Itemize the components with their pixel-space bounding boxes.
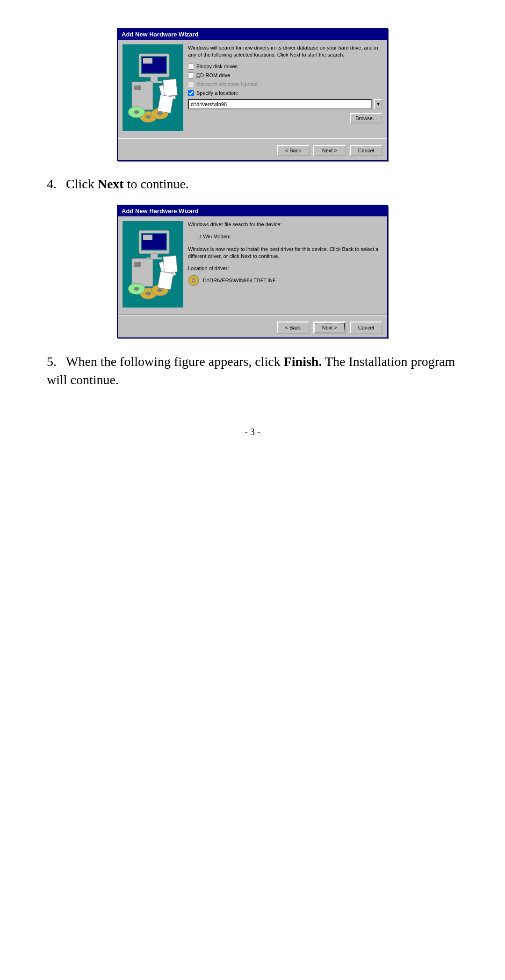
svg-point-14 bbox=[157, 112, 163, 115]
svg-rect-5 bbox=[151, 77, 158, 81]
path-input[interactable] bbox=[188, 99, 372, 109]
svg-point-32 bbox=[157, 288, 163, 292]
svg-rect-16 bbox=[163, 79, 178, 96]
dialog2-buttons: < Back Next > Cancel bbox=[118, 318, 387, 337]
dialog2-body: Windows driver file search for the devic… bbox=[118, 216, 387, 312]
dialog1-cancel-button[interactable]: Cancel bbox=[350, 145, 382, 156]
cdrom-label: CD-ROM drive bbox=[196, 72, 230, 78]
dialog1-next-button[interactable]: Next > bbox=[313, 145, 346, 156]
dialog2-content: Windows driver file search for the devic… bbox=[188, 221, 382, 308]
specify-checkbox[interactable] bbox=[188, 90, 194, 96]
path-dropdown-button[interactable]: ▼ bbox=[374, 99, 382, 109]
dialog2-titlebar: Add New Hardware Wizard bbox=[118, 206, 387, 216]
specify-label: Specify a location: bbox=[196, 90, 238, 96]
browse-button[interactable]: Browse... bbox=[350, 113, 382, 123]
dialog1-image bbox=[123, 44, 183, 131]
svg-rect-23 bbox=[151, 254, 158, 258]
computer-illustration-1 bbox=[123, 44, 183, 131]
dialog2-device-name: Lt Win Modem bbox=[197, 233, 382, 240]
dialog1-separator bbox=[118, 138, 387, 139]
svg-point-12 bbox=[134, 110, 139, 114]
dialog1-description: Windows will search for new drivers in i… bbox=[188, 44, 382, 59]
floppy-checkbox-row: Floppy disk drives bbox=[188, 64, 382, 70]
page-number: - 3 - bbox=[37, 427, 468, 437]
winupdate-checkbox bbox=[188, 81, 194, 87]
step5-number: 5. bbox=[47, 352, 57, 371]
floppy-label: Floppy disk drives bbox=[196, 64, 238, 69]
winupdate-label: Microsoft Windows Update bbox=[196, 81, 258, 87]
step5-text: 5.When the following figure appears, cli… bbox=[37, 352, 468, 389]
path-row: ▼ bbox=[188, 99, 382, 109]
specify-checkbox-row: Specify a location: bbox=[188, 90, 382, 96]
dialog1: Add New Hardware Wizard bbox=[117, 28, 388, 161]
dialog2-next-button[interactable]: Next > bbox=[313, 322, 346, 334]
winupdate-checkbox-row: Microsoft Windows Update bbox=[188, 81, 382, 87]
dialog1-content: Windows will search for new drivers in i… bbox=[188, 44, 382, 131]
cd-icon bbox=[188, 275, 199, 286]
step4-text: 4.Click Next to continue. bbox=[37, 175, 468, 193]
svg-rect-26 bbox=[134, 262, 141, 267]
svg-rect-8 bbox=[134, 86, 141, 90]
dialog2-driver-path: D:\DRIVERS\WIN98\LTDFT.INF bbox=[203, 278, 276, 283]
step4-number: 4. bbox=[47, 175, 57, 193]
dialog2-ready-text: Windows is now ready to install the best… bbox=[188, 246, 382, 260]
cdrom-checkbox[interactable] bbox=[188, 72, 194, 79]
driver-location-row: D:\DRIVERS\WIN98\LTDFT.INF bbox=[188, 275, 382, 286]
dialog2-location-label: Location of driver: bbox=[188, 265, 382, 272]
dialog2-title: Add New Hardware Wizard bbox=[122, 207, 199, 215]
svg-point-30 bbox=[134, 287, 139, 291]
dialog1-back-button[interactable]: < Back bbox=[277, 145, 310, 156]
svg-rect-35 bbox=[158, 272, 173, 290]
dialog2-cancel-button[interactable]: Cancel bbox=[350, 322, 382, 334]
svg-rect-22 bbox=[143, 235, 152, 240]
svg-point-10 bbox=[145, 115, 151, 119]
step4-text-prefix: Click bbox=[66, 177, 98, 191]
svg-point-38 bbox=[193, 279, 195, 281]
svg-rect-34 bbox=[163, 256, 178, 273]
dialog1-buttons: < Back Next > Cancel bbox=[118, 141, 387, 160]
dialog2: Add New Hardware Wizard bbox=[117, 205, 388, 338]
svg-rect-4 bbox=[143, 58, 152, 64]
svg-rect-17 bbox=[158, 95, 173, 113]
step5-bold: Finish. bbox=[284, 354, 322, 369]
dialog1-body: Windows will search for new drivers in i… bbox=[118, 40, 387, 136]
step4-bold: Next bbox=[98, 177, 124, 191]
step5-text-prefix: When the following figure appears, click bbox=[66, 354, 284, 369]
dialog2-back-button[interactable]: < Back bbox=[277, 322, 310, 334]
dialog1-titlebar: Add New Hardware Wizard bbox=[118, 29, 387, 40]
floppy-checkbox[interactable] bbox=[188, 64, 194, 70]
dialog2-image bbox=[123, 221, 183, 308]
step4-text-suffix: to continue. bbox=[124, 177, 189, 191]
dialog2-search-text: Windows driver file search for the devic… bbox=[188, 221, 382, 228]
dialog1-title: Add New Hardware Wizard bbox=[122, 31, 199, 38]
computer-illustration-2 bbox=[123, 221, 183, 308]
dialog2-separator bbox=[118, 315, 387, 315]
svg-point-28 bbox=[145, 292, 151, 295]
cdrom-checkbox-row: CD-ROM drive bbox=[188, 72, 382, 79]
